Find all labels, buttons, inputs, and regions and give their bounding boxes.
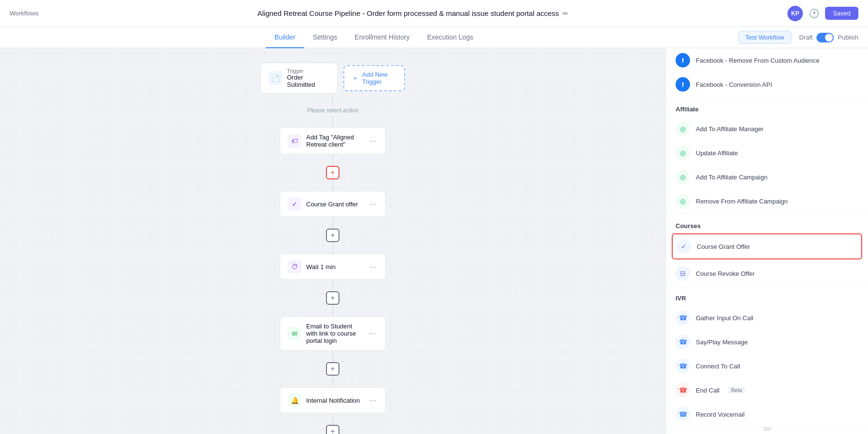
tab-execution-logs[interactable]: Execution Logs bbox=[419, 27, 482, 48]
line-10 bbox=[333, 376, 333, 387]
course-grant-offer-icon: ✓ bbox=[677, 239, 691, 254]
panel-item-connect-call[interactable]: ☎ Connect To Call bbox=[666, 354, 868, 378]
panel-item-add-aff-manager[interactable]: ◎ Add To Affiliate Manager bbox=[666, 117, 868, 141]
trigger-card[interactable]: 📄 Trigger Order Submitted bbox=[260, 63, 338, 94]
add-step-button-2[interactable]: + bbox=[326, 229, 339, 242]
publish-toggle[interactable] bbox=[816, 33, 834, 42]
user-avatar[interactable]: KP bbox=[787, 6, 803, 21]
end-call-label: End Call bbox=[696, 387, 719, 394]
remove-aff-campaign-icon: ◎ bbox=[676, 194, 690, 208]
trigger-label: Trigger bbox=[287, 68, 329, 74]
tab-enrollment-history[interactable]: Enrollment History bbox=[346, 27, 418, 48]
line-3 bbox=[333, 154, 333, 166]
panel-item-course-grant-offer[interactable]: ✓ Course Grant Offer bbox=[672, 233, 862, 259]
line-6 bbox=[333, 242, 333, 254]
line-1 bbox=[332, 94, 333, 105]
svg-rect-1 bbox=[763, 430, 771, 431]
beta-badge: Beta bbox=[728, 387, 745, 393]
add-aff-manager-icon: ◎ bbox=[676, 122, 690, 136]
course-revoke-label: Course Revoke Offer bbox=[696, 270, 755, 277]
tag-icon: 🏷 bbox=[288, 134, 301, 148]
add-aff-campaign-icon: ◎ bbox=[676, 170, 690, 184]
add-trigger-card[interactable]: ＋ Add New Trigger bbox=[343, 65, 405, 91]
connector-6: + bbox=[326, 413, 339, 434]
connector-3: + bbox=[326, 217, 339, 254]
line-11 bbox=[333, 413, 333, 425]
courses-section-title: Courses bbox=[666, 216, 868, 233]
add-aff-campaign-label: Add To Affiliate Campaign bbox=[696, 174, 767, 181]
subnav-tabs: Builder Settings Enrollment History Exec… bbox=[10, 27, 738, 48]
panel-section-courses: Courses ✓ Course Grant Offer ⊟ Course Re… bbox=[666, 216, 868, 285]
panel-item-add-aff-campaign[interactable]: ◎ Add To Affiliate Campaign bbox=[666, 165, 868, 189]
record-voicemail-label: Record Voicemail bbox=[696, 411, 745, 418]
line-2 bbox=[332, 116, 333, 127]
line-4 bbox=[333, 179, 333, 191]
add-step-button-5[interactable]: + bbox=[326, 425, 339, 434]
panel-item-end-call[interactable]: ☎ End Call Beta bbox=[666, 378, 868, 402]
add-step-button-highlighted[interactable]: + bbox=[326, 166, 339, 179]
line-5 bbox=[333, 217, 333, 229]
update-aff-label: Update Affiliate bbox=[696, 149, 738, 157]
node-email[interactable]: ✉ Email to Student with link to course p… bbox=[280, 316, 386, 351]
panel-item-record-voicemail[interactable]: ☎ Record Voicemail bbox=[666, 402, 868, 426]
connector-1: Please select action bbox=[307, 94, 359, 127]
main-content: 📄 Trigger Order Submitted ＋ Add New Trig… bbox=[0, 48, 868, 434]
email-label: Email to Student with link to course por… bbox=[306, 323, 363, 344]
connect-call-label: Connect To Call bbox=[696, 363, 740, 370]
subnav: Builder Settings Enrollment History Exec… bbox=[0, 27, 868, 48]
trigger-icon: 📄 bbox=[269, 71, 282, 85]
tag-menu-icon[interactable]: ⋯ bbox=[368, 136, 378, 147]
publish-toggle-row: Draft Publish bbox=[799, 33, 858, 42]
panel-item-remove-aff-campaign[interactable]: ◎ Remove From Affiliate Campaign bbox=[666, 189, 868, 213]
panel-item-gather-input[interactable]: ☎ Gather Input On Call bbox=[666, 306, 868, 330]
svg-rect-0 bbox=[763, 428, 771, 429]
topbar: Workflows Aligned Retreat Course Pipelin… bbox=[0, 0, 868, 27]
panel-item-course-revoke[interactable]: ⊟ Course Revoke Offer bbox=[666, 261, 868, 285]
publish-label: Publish bbox=[838, 34, 858, 41]
test-workflow-button[interactable]: Test Workflow bbox=[738, 31, 792, 44]
panel-item-fb-remove[interactable]: f Facebook - Remove From Custom Audience bbox=[666, 48, 868, 72]
node-tag[interactable]: 🏷 Add Tag "Aligned Retreat client" ⋯ bbox=[280, 127, 386, 154]
add-step-button-3[interactable]: + bbox=[326, 291, 339, 305]
course-grant-offer-label: Course Grant Offer bbox=[697, 243, 750, 250]
workflows-nav[interactable]: Workflows bbox=[10, 10, 39, 17]
tab-settings[interactable]: Settings bbox=[304, 27, 346, 48]
panel-section-affiliate: Affiliate ◎ Add To Affiliate Manager ◎ U… bbox=[666, 99, 868, 213]
panel-item-update-aff[interactable]: ◎ Update Affiliate bbox=[666, 141, 868, 165]
connector-5: + bbox=[326, 351, 339, 387]
email-menu-icon[interactable]: ⋯ bbox=[368, 328, 378, 339]
wait-menu-icon[interactable]: ⋯ bbox=[368, 261, 378, 272]
right-panel: f Facebook - Remove From Custom Audience… bbox=[665, 48, 868, 434]
panel-section-ivr: IVR ☎ Gather Input On Call ☎ Say/Play Me… bbox=[666, 288, 868, 426]
wait-label: Wait 1 min bbox=[306, 263, 363, 271]
line-8 bbox=[333, 305, 333, 316]
node-course-grant[interactable]: ✓ Course Grant offer ⋯ bbox=[280, 191, 386, 217]
tag-label: Add Tag "Aligned Retreat client" bbox=[306, 134, 363, 148]
panel-item-fb-conversion[interactable]: f Facebook - Conversion API bbox=[666, 72, 868, 96]
panel-section-facebook: f Facebook - Remove From Custom Audience… bbox=[666, 48, 868, 96]
divider-3 bbox=[666, 286, 868, 287]
update-aff-icon: ◎ bbox=[676, 146, 690, 160]
panel-item-say-play[interactable]: ☎ Say/Play Message bbox=[666, 330, 868, 354]
fb-conversion-icon: f bbox=[676, 77, 690, 92]
connector-2: + bbox=[326, 154, 339, 191]
line-9 bbox=[333, 351, 333, 362]
history-icon[interactable]: 🕐 bbox=[809, 8, 819, 19]
course-grant-icon: ✓ bbox=[288, 197, 301, 211]
trigger-value: Order Submitted bbox=[287, 74, 329, 88]
trigger-row: 📄 Trigger Order Submitted ＋ Add New Trig… bbox=[260, 63, 405, 94]
notification-label: Internal Notification bbox=[306, 397, 363, 404]
course-grant-menu-icon[interactable]: ⋯ bbox=[368, 199, 378, 210]
add-trigger-label: Add New Trigger bbox=[362, 71, 396, 85]
edit-title-icon[interactable]: ✏ bbox=[563, 10, 569, 17]
node-wait[interactable]: ⏱ Wait 1 min ⋯ bbox=[280, 254, 386, 280]
email-icon: ✉ bbox=[288, 327, 301, 340]
notification-menu-icon[interactable]: ⋯ bbox=[368, 395, 378, 406]
course-revoke-icon: ⊟ bbox=[676, 266, 690, 281]
tab-builder[interactable]: Builder bbox=[266, 27, 304, 48]
node-notification[interactable]: 🔔 Internal Notification ⋯ bbox=[280, 387, 386, 413]
saved-button[interactable]: Saved bbox=[825, 7, 858, 20]
wait-icon: ⏱ bbox=[288, 260, 301, 273]
workflow-canvas[interactable]: 📄 Trigger Order Submitted ＋ Add New Trig… bbox=[0, 48, 665, 434]
add-step-button-4[interactable]: + bbox=[326, 362, 339, 376]
